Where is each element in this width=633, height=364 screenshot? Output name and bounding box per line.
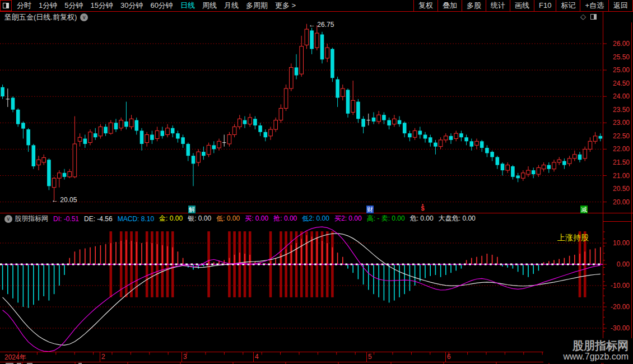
watermark-site-name: 股朋指标网 <box>544 339 629 352</box>
indicator-field: 低: 0.00 <box>216 214 240 223</box>
indicator-field: DE: -4.56 <box>84 215 113 223</box>
indicator-field: 危: 0.00 <box>410 214 434 223</box>
time-axis-label: 2 <box>101 353 105 361</box>
indicator-field: 大盘危: 0.00 <box>439 214 476 223</box>
marker-badge-解: 解 <box>188 206 196 213</box>
time-axis-label: 4 <box>255 353 259 361</box>
marker-badge-减: 减 <box>580 206 588 213</box>
indicator-field: 抢: 0.00 <box>273 214 297 223</box>
price-axis-label: 24.00 <box>606 92 630 100</box>
indicator-field: 买: 0.00 <box>245 214 268 223</box>
indicator-field: DI: -0.51 <box>53 215 79 223</box>
time-axis-label: 5 <box>368 353 372 361</box>
marker-badge-财: 财 <box>366 206 374 213</box>
indicator-field: 金: 0.00 <box>159 214 183 223</box>
price-axis-label: 22.50 <box>606 132 630 140</box>
indicator-field: 银: 0.00 <box>188 214 211 223</box>
price-axis-label: 22.00 <box>606 145 630 153</box>
indicator-header: ∨ 股朋指标网 DI: -0.51DE: -4.56MACD: 8.10金: 0… <box>1 213 481 224</box>
price-axis-label: 26.00 <box>606 40 630 48</box>
indicator-axis-label: 0.00 <box>606 260 630 268</box>
candlestick-and-indicator-chart[interactable] <box>0 0 633 364</box>
high-price-annotation: ← 26.75 <box>309 21 334 29</box>
price-axis-label: 24.50 <box>606 80 630 87</box>
time-axis-label: 6 <box>447 353 451 361</box>
price-axis-label: 21.50 <box>606 158 630 166</box>
indicator-axis-label: 10.00 <box>606 239 630 247</box>
price-axis-label: 20.50 <box>606 185 630 193</box>
indicator-field: MACD: 8.10 <box>118 215 154 223</box>
indicator-field: 买2: 0.00 <box>334 214 362 223</box>
indicator-field: 高: - 卖: 0.00 <box>367 214 405 223</box>
indicator-name: 股朋指标网 <box>15 214 48 223</box>
price-axis-label: 25.50 <box>606 53 630 61</box>
price-axis-label: 25.00 <box>606 66 630 74</box>
indicator-axis-label: -20.00 <box>606 303 630 311</box>
hold-signal-label: 上涨持股 <box>557 233 589 243</box>
price-axis-label: 23.00 <box>606 119 630 127</box>
price-axis-label: 21.00 <box>606 172 630 180</box>
indicator-field: 低2: 0.00 <box>302 214 329 223</box>
watermark-site-url: www.7gpzb.com <box>544 352 629 362</box>
low-price-annotation: ← 20.05 <box>52 196 77 204</box>
time-axis-label: 2024年 <box>4 353 26 362</box>
site-watermark: 股朋指标网 www.7gpzb.com <box>543 338 632 363</box>
indicator-axis-label: -10.00 <box>606 282 630 290</box>
time-axis-label: 3 <box>183 353 187 361</box>
price-axis-label: 23.50 <box>606 106 630 114</box>
indicator-axis-label: -30.00 <box>606 324 630 332</box>
trading-app-window: 分时1分钟5分钟15分钟30分钟60分钟日线周线月线多周期更多 > 复权叠加多股… <box>0 0 633 364</box>
marker-badge-$: ▲$ <box>419 203 426 213</box>
chevron-down-icon[interactable]: ∨ <box>4 215 12 223</box>
price-axis-label: 20.00 <box>606 198 630 206</box>
